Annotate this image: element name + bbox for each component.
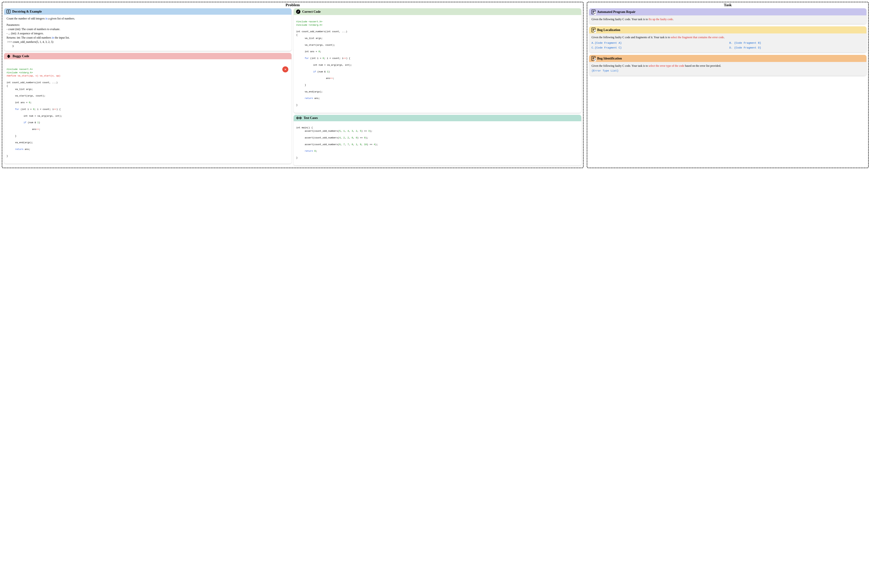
buggy-code-body: ✕ #include <assert.h> #include <stdarg.h…: [4, 59, 291, 164]
correct-code-title: Correct Code: [302, 10, 321, 14]
correct-code-header: ✓ Correct Code: [294, 8, 581, 15]
fragment-option-d: D. {Code Fragment D}: [729, 46, 864, 50]
document-check-icon: [591, 28, 596, 32]
fragment-option-b: B. {Code Fragment B}: [729, 41, 864, 45]
task-identification-card: Bug Identification Given the following f…: [589, 55, 867, 76]
task-apr-body: Given the following faulty C code. Your …: [589, 15, 867, 24]
gears-icon: ⚙⚙: [296, 116, 302, 120]
task-identification-header: Bug Identification: [589, 55, 867, 62]
task-localization-title: Bug Localization: [597, 28, 620, 32]
check-circle-icon: ✓: [296, 9, 300, 14]
docstring-param-2: - ... (int): A sequence of integers.: [6, 32, 289, 36]
docstring-example-call: >>> count_odd_numbers(5, 1, 4, 3, 2, 5): [6, 40, 289, 44]
task-localization-body: Given the following faulty C code and fr…: [589, 33, 867, 52]
test-cases-card: ⚙⚙ Test Cases int main() { assert(count_…: [294, 115, 581, 165]
docstring-param-1: - count (int): The count of numbers to e…: [6, 27, 289, 32]
correct-code-body: #include <assert.h> #include <stdarg.h> …: [294, 15, 581, 113]
fragment-option-a: A.{Code Fragment A}: [591, 41, 726, 45]
test-cases-header: ⚙⚙ Test Cases: [294, 115, 581, 121]
test-cases-title: Test Cases: [303, 116, 318, 120]
docstring-body: Count the number of odd integers in a gi…: [4, 15, 291, 51]
problem-panel-title: Problem: [285, 3, 300, 7]
task-identification-body: Given the following faulty C code. Your …: [589, 62, 867, 76]
docstring-header: I Docstring & Example: [4, 8, 291, 15]
task-apr-header: Automated Program Repair: [589, 8, 867, 15]
page-root: Problem I Docstring & Example Count the …: [2, 2, 883, 168]
fragment-option-c: C.{Code Fragment C}: [591, 46, 726, 50]
buggy-code-card: Buggy Code ✕ #include <assert.h> #includ…: [4, 53, 291, 164]
task-identification-title: Bug Identification: [597, 57, 622, 60]
docstring-title: Docstring & Example: [12, 10, 42, 14]
document-check-icon: [591, 56, 596, 61]
problem-panel: Problem I Docstring & Example Count the …: [2, 2, 584, 168]
docstring-params-label: Parameters:: [6, 23, 289, 27]
docstring-returns: Returns: int: The count of odd numbers i…: [6, 36, 289, 40]
bug-icon: [6, 54, 11, 58]
fragment-options: A.{Code Fragment A} B. {Code Fragment B}…: [591, 41, 864, 50]
problem-right-column: ✓ Correct Code #include <assert.h> #incl…: [294, 8, 581, 165]
task-panel-title: Task: [724, 3, 732, 7]
buggy-code-title: Buggy Code: [13, 54, 29, 58]
task-localization-header: Bug Localization: [589, 26, 867, 33]
task-apr-title: Automated Program Repair: [597, 10, 636, 14]
correct-code-card: ✓ Correct Code #include <assert.h> #incl…: [294, 8, 581, 113]
task-apr-card: Automated Program Repair Given the follo…: [589, 8, 867, 24]
info-icon: I: [6, 9, 10, 14]
docstring-card: I Docstring & Example Count the number o…: [4, 8, 291, 51]
docstring-line-1: Count the number of odd integers in a gi…: [6, 16, 289, 21]
test-cases-body: int main() { assert(count_odd_numbers(5,…: [294, 121, 581, 165]
error-badge-icon: ✕: [282, 66, 288, 72]
buggy-code-header: Buggy Code: [4, 53, 291, 59]
docstring-example-output: 3: [6, 44, 289, 48]
document-check-icon: [591, 9, 596, 14]
task-panel: Task Automated Program Repair Given the …: [587, 2, 869, 168]
task-localization-card: Bug Localization Given the following fau…: [589, 26, 867, 52]
error-type-list: {Error Type List}: [591, 69, 864, 73]
problem-left-column: I Docstring & Example Count the number o…: [4, 8, 291, 165]
